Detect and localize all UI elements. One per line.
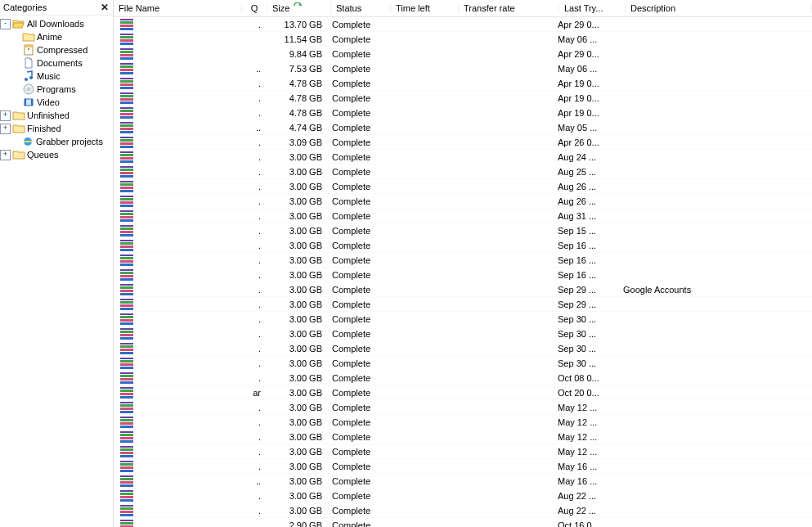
table-row[interactable]: .3.00 GBCompleteSep 30 ... (114, 356, 812, 371)
table-row[interactable]: .3.00 GBCompleteSep 16 ... (114, 268, 812, 282)
tree-item-programs[interactable]: Programs (0, 83, 113, 96)
table-row[interactable]: .3.00 GBCompleteAug 24 ... (114, 150, 812, 164)
cell-status: Complete (327, 388, 386, 398)
table-row[interactable]: .3.00 GBCompleteAug 31 ... (114, 209, 812, 223)
col-status-label: Status (336, 3, 361, 13)
table-row[interactable]: .3.00 GBCompleteSep 30 ... (114, 327, 812, 341)
cell-q: . (241, 93, 264, 103)
table-row[interactable]: .3.00 GBCompleteAug 26 ... (114, 194, 812, 209)
cell-status: Complete (327, 108, 386, 118)
cell-lasttry: Sep 29 ... (553, 300, 618, 309)
col-status[interactable]: Status (331, 3, 391, 13)
cell-filename (114, 520, 241, 528)
cell-status: Complete (327, 314, 386, 324)
table-row[interactable]: .3.00 GBCompleteMay 16 ... (114, 459, 812, 474)
tree-item-video[interactable]: Video (0, 96, 113, 109)
document-icon (22, 56, 35, 70)
cell-size: 3.00 GB (264, 447, 327, 457)
cell-filename (114, 196, 241, 207)
table-row[interactable]: .3.00 GBCompleteAug 25 ... (114, 164, 812, 179)
cell-lasttry: Oct 16 0... (553, 520, 618, 528)
tree-item-all-downloads[interactable]: -All Downloads (0, 17, 113, 30)
table-row[interactable]: .3.00 GBCompleteSep 29 ...Google Account… (114, 282, 812, 297)
table-row[interactable]: ..7.53 GBCompleteMay 06 ... (114, 61, 812, 76)
cell-status: Complete (327, 137, 386, 147)
cell-status: Complete (327, 196, 386, 206)
table-row[interactable]: .3.00 GBCompleteOct 08 0... (114, 371, 812, 385)
tree-expander-icon[interactable]: + (0, 150, 11, 160)
col-desc[interactable]: Description (626, 3, 812, 13)
rar-archive-icon (120, 166, 133, 178)
table-row[interactable]: .3.00 GBCompleteSep 16 ... (114, 238, 812, 253)
col-lasttry[interactable]: Last Try... (559, 3, 626, 13)
rar-archive-icon (120, 358, 133, 369)
rar-archive-icon (120, 313, 133, 325)
tree-item-music[interactable]: Music (0, 70, 113, 83)
tree-item-grabber-projects[interactable]: Grabber projects (0, 135, 113, 148)
tree-expander-icon[interactable]: + (0, 124, 11, 134)
col-timeleft[interactable]: Time left (391, 3, 459, 13)
tree-item-unfinished[interactable]: +Unfinished (0, 109, 113, 122)
table-row[interactable]: .4.78 GBCompleteApr 19 0... (114, 91, 812, 106)
tree-item-queues[interactable]: +Queues (0, 148, 113, 161)
table-row[interactable]: .4.78 GBCompleteApr 19 0... (114, 76, 812, 91)
table-row[interactable]: .3.00 GBCompleteSep 30 ... (114, 341, 812, 356)
cell-size: 3.00 GB (264, 432, 327, 442)
table-row[interactable]: .3.00 GBCompleteAug 22 ... (114, 489, 812, 503)
tree-item-anime[interactable]: Anime (0, 30, 113, 43)
rar-archive-icon (120, 122, 133, 133)
col-q[interactable]: Q (242, 3, 267, 13)
col-q-label: Q (251, 3, 258, 13)
rar-archive-icon (120, 372, 133, 384)
table-row[interactable]: ..3.00 GBCompleteMay 16 ... (114, 474, 812, 489)
table-row[interactable]: ar3.00 GBCompleteOct 20 0... (114, 385, 812, 400)
cell-size: 3.00 GB (264, 403, 327, 412)
tree-expander-icon[interactable]: - (0, 19, 11, 29)
table-row[interactable]: .3.00 GBCompleteAug 26 ... (114, 179, 812, 194)
table-row[interactable]: ..4.74 GBCompleteMay 05 ... (114, 120, 812, 135)
col-size[interactable]: Size (267, 2, 331, 14)
col-transfer[interactable]: Transfer rate (459, 3, 559, 13)
table-row[interactable]: .3.00 GBCompleteMay 12 ... (114, 444, 812, 459)
cell-lasttry: Sep 30 ... (553, 314, 618, 324)
cell-filename (114, 78, 241, 89)
cell-filename (114, 343, 241, 354)
tree-label: Programs (37, 83, 76, 96)
table-row[interactable]: .3.00 GBCompleteSep 16 ... (114, 253, 812, 268)
cell-lasttry: Apr 19 0... (553, 93, 618, 103)
table-row[interactable]: .3.00 GBCompleteAug 22 ... (114, 503, 812, 518)
cell-lasttry: May 16 ... (553, 462, 618, 471)
cell-desc: Google Accounts (618, 285, 812, 295)
folder-icon (12, 109, 25, 122)
sidebar-close-button[interactable]: ✕ (98, 2, 111, 13)
table-row[interactable]: .3.00 GBCompleteSep 29 ... (114, 297, 812, 312)
table-row[interactable]: 11.54 GBCompleteMay 06 ... (114, 32, 812, 47)
table-row[interactable]: .3.00 GBCompleteMay 12 ... (114, 415, 812, 430)
cell-lasttry: Apr 29 0... (553, 20, 618, 29)
rows-container: .13.70 GBCompleteApr 29 0...11.54 GBComp… (114, 17, 812, 527)
table-row[interactable]: .3.00 GBCompleteMay 12 ... (114, 430, 812, 444)
table-row[interactable]: .3.09 GBCompleteApr 26 0... (114, 135, 812, 150)
cell-lasttry: Aug 26 ... (553, 182, 618, 191)
column-headers: File Name Q Size Status Time left Transf… (114, 0, 812, 17)
table-row[interactable]: .2.90 GBCompleteOct 16 0... (114, 518, 812, 527)
cell-lasttry: Aug 25 ... (553, 167, 618, 177)
tree-item-documents[interactable]: Documents (0, 56, 113, 70)
cell-status: Complete (327, 270, 386, 280)
tree-item-compressed[interactable]: Compressed (0, 43, 113, 56)
table-row[interactable]: .3.00 GBCompleteMay 12 ... (114, 400, 812, 415)
music-icon (22, 70, 35, 83)
table-row[interactable]: .3.00 GBCompleteSep 15 ... (114, 223, 812, 238)
table-row[interactable]: .4.78 GBCompleteApr 19 0... (114, 106, 812, 120)
col-filename-label: File Name (119, 3, 159, 13)
table-row[interactable]: 9.84 GBCompleteApr 29 0... (114, 47, 812, 61)
tree-expander-icon[interactable]: + (0, 110, 11, 121)
cell-status: Complete (327, 226, 386, 236)
cell-lasttry: Apr 29 0... (553, 49, 618, 59)
table-row[interactable]: .3.00 GBCompleteSep 30 ... (114, 312, 812, 327)
table-row[interactable]: .13.70 GBCompleteApr 29 0... (114, 17, 812, 32)
col-desc-label: Description (630, 3, 675, 13)
tree-item-finished[interactable]: +Finished (0, 122, 113, 135)
col-filename[interactable]: File Name (114, 3, 242, 13)
cell-size: 3.00 GB (264, 167, 327, 177)
